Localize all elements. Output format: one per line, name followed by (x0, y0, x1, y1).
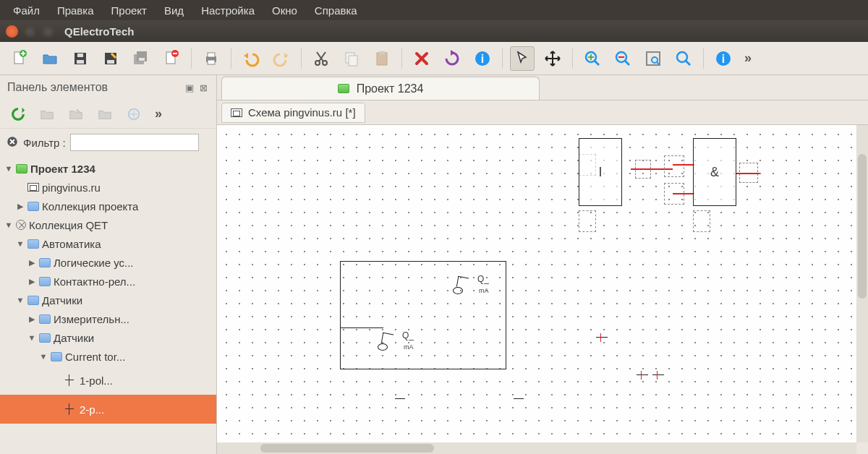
ma-label: mA (404, 343, 414, 351)
zoom-in-button[interactable] (580, 46, 605, 71)
print-button[interactable] (199, 46, 224, 71)
tree-diagram[interactable]: pingvinus.ru (0, 178, 216, 197)
tree-contact[interactable]: ▶Контактно-рел... (0, 272, 216, 291)
port-dashed[interactable] (693, 210, 710, 232)
panel-header-icons[interactable]: ▣ ⊠ (185, 82, 209, 93)
logic-block-and[interactable]: & (693, 138, 736, 206)
rotate-button[interactable] (440, 46, 464, 71)
toolbar-separator (231, 48, 231, 69)
folder-icon (16, 164, 27, 174)
svg-point-27 (652, 57, 658, 63)
paste-button[interactable] (370, 46, 394, 71)
undo-button[interactable] (239, 46, 263, 71)
delete-button[interactable] (409, 46, 434, 71)
panel-edit-button[interactable] (65, 103, 87, 125)
wire[interactable] (340, 327, 383, 328)
panel-import-button[interactable] (123, 103, 145, 125)
svg-rect-9 (139, 58, 145, 61)
wire[interactable] (673, 193, 694, 194)
menu-file[interactable]: Файл (6, 2, 47, 19)
panel-header: Панель элементов ▣ ⊠ (0, 75, 216, 100)
project-tab[interactable]: Проект 1234 (221, 77, 540, 100)
tree-current-tor[interactable]: ▼Current tor... (0, 347, 216, 366)
tree-sensors[interactable]: ▼Датчики (0, 291, 216, 309)
filter-clear-icon[interactable] (6, 135, 19, 150)
component-icon (62, 374, 77, 386)
tree-automation[interactable]: ▼Автоматика (0, 234, 216, 253)
horizontal-scrollbar[interactable] (217, 442, 856, 454)
panel-delete-button[interactable] (94, 103, 116, 125)
diagram-icon (231, 108, 242, 117)
menu-help[interactable]: Справка (307, 2, 365, 19)
port-dashed[interactable] (664, 155, 684, 177)
vertical-scrollbar[interactable] (856, 125, 868, 442)
cut-button[interactable] (309, 46, 333, 71)
save-button[interactable] (68, 46, 93, 71)
tree-item-2p[interactable]: 2-p... (0, 395, 216, 424)
window-maximize-icon[interactable] (42, 25, 54, 38)
schematic-canvas[interactable]: Q_ mA Q_ mA I & (217, 125, 856, 442)
q-label: Q_ (477, 274, 489, 284)
panel-overflow[interactable]: » (152, 106, 165, 121)
diagram-icon (27, 183, 39, 192)
panel-folder-button[interactable] (36, 103, 58, 125)
zoom-out-button[interactable] (610, 46, 635, 71)
menu-window[interactable]: Окно (265, 2, 305, 19)
folder-icon (39, 277, 51, 286)
about-button[interactable]: i (711, 46, 736, 71)
svg-rect-4 (77, 53, 83, 57)
tree-proj-collection[interactable]: ▶Коллекция проекта (0, 197, 216, 215)
move-button[interactable] (540, 46, 565, 71)
port-dashed[interactable] (635, 160, 651, 179)
toolbar-overflow[interactable]: » (741, 51, 754, 66)
component-q2[interactable] (382, 333, 401, 352)
zoom-reset-button[interactable] (671, 46, 696, 71)
info-button[interactable]: i (470, 46, 495, 71)
tree-logic[interactable]: ▶Логические ус... (0, 253, 216, 272)
document-tab[interactable]: Схема pingvinus.ru [*] (221, 103, 365, 123)
svg-rect-20 (377, 53, 387, 65)
menu-edit[interactable]: Правка (50, 2, 101, 19)
folder-icon (27, 202, 39, 211)
open-button[interactable] (38, 46, 62, 71)
terminal[interactable] (596, 333, 608, 342)
redo-button[interactable] (269, 46, 294, 71)
tree-item-1pol[interactable]: 1-pol... (0, 366, 216, 395)
terminal[interactable] (652, 371, 664, 380)
ma-label: mA (479, 287, 489, 294)
svg-rect-12 (173, 53, 177, 54)
wire[interactable] (395, 398, 405, 399)
tree-project[interactable]: ▼Проект 1234 (0, 159, 216, 178)
window-close-icon[interactable] (6, 25, 18, 38)
project-tabbar: Проект 1234 (217, 75, 868, 100)
wire[interactable] (514, 398, 524, 399)
close-button[interactable] (159, 46, 184, 71)
element-tree: ▼Проект 1234 pingvinus.ru ▶Коллекция про… (0, 156, 216, 454)
menu-settings[interactable]: Настройка (194, 2, 262, 19)
copy-button[interactable] (339, 46, 364, 71)
save-all-button[interactable] (129, 46, 153, 71)
pointer-button[interactable] (510, 46, 535, 71)
folder-icon (27, 296, 39, 305)
new-button[interactable] (7, 46, 32, 71)
wire[interactable] (736, 173, 760, 174)
window-minimize-icon[interactable] (24, 25, 36, 38)
reload-button[interactable] (7, 103, 29, 125)
wire[interactable] (673, 164, 694, 166)
folder-icon (51, 352, 62, 361)
tree-sensors2[interactable]: ▼Датчики (0, 328, 216, 347)
filter-input[interactable] (70, 134, 199, 151)
tree-measuring[interactable]: ▶Измерительн... (0, 309, 216, 328)
save-as-button[interactable] (98, 46, 123, 71)
menu-project[interactable]: Проект (104, 2, 154, 19)
tree-qet-collection[interactable]: ▼Коллекция QET (0, 215, 216, 234)
zoom-fit-button[interactable] (641, 46, 665, 71)
component-q1[interactable] (457, 277, 476, 296)
toolbar-separator (301, 48, 302, 69)
logic-block-i[interactable]: I (579, 138, 622, 206)
port-dashed[interactable] (579, 210, 596, 232)
toolbar-separator (401, 48, 402, 69)
menu-view[interactable]: Вид (157, 2, 191, 19)
app-title: QElectroTech (64, 25, 134, 38)
terminal[interactable] (637, 371, 648, 380)
